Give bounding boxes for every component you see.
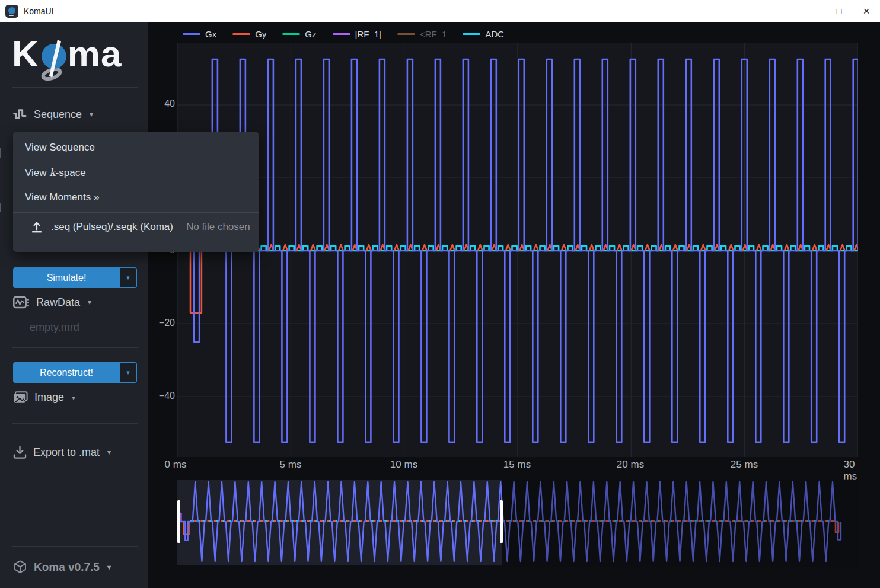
range-handle-right[interactable]	[500, 500, 503, 543]
sequence-plot[interactable]	[177, 43, 858, 457]
sequence-label: Sequence	[34, 108, 82, 121]
menu-item-upload-seq[interactable]: .seq (Pulseq)/.seqk (Koma) No file chose…	[13, 213, 259, 241]
sidebar-item-sequence[interactable]: Sequence ▾	[13, 108, 93, 121]
x-tick-label: 0 ms	[165, 459, 187, 471]
maximize-icon: □	[837, 7, 841, 16]
image-icon	[13, 391, 28, 404]
simulate-button-group: Simulate! ▾	[13, 267, 137, 288]
range-handle-left[interactable]	[177, 500, 180, 543]
legend-label: Gz	[305, 29, 316, 39]
koma-globe-icon	[8, 7, 15, 14]
reconstruct-dropdown-button[interactable]: ▾	[120, 362, 137, 383]
legend-item-gy[interactable]: Gy	[232, 29, 266, 39]
upload-icon	[31, 222, 43, 233]
file-status: No file chosen	[186, 221, 250, 233]
menu-item-label: View Sequence	[25, 142, 95, 154]
rawdata-label: RawData	[36, 296, 80, 309]
plot-legend: Gx Gy Gz |RF_1| <RF_1	[183, 29, 504, 39]
legend-item-gz[interactable]: Gz	[282, 29, 316, 39]
menu-item-view-moments[interactable]: View Moments »	[13, 185, 259, 210]
koma-logo: K ma	[12, 33, 122, 85]
x-tick-label: 15 ms	[503, 459, 531, 471]
menu-item-label: View k-space	[25, 167, 86, 179]
upload-label: .seq (Pulseq)/.seqk (Koma)	[51, 221, 173, 233]
x-tick-label: 5 ms	[280, 459, 302, 471]
chevron-down-icon: ▾	[126, 369, 130, 376]
hidden-item-sliver	[0, 148, 1, 158]
logo-text-k: K	[12, 33, 39, 75]
range-slider[interactable]	[177, 479, 858, 567]
version-menu[interactable]: Koma v0.7.5 ▾	[13, 560, 111, 574]
legend-line-swatch	[397, 33, 415, 35]
range-outside-shade	[502, 479, 858, 567]
chevron-down-icon: ▾	[107, 563, 111, 571]
logo-globe-icon	[40, 33, 67, 85]
legend-item-rf-mag[interactable]: |RF_1|	[333, 29, 381, 39]
sequence-dropdown-menu: View Sequence View k-space View Moments …	[13, 132, 259, 252]
legend-line-swatch	[282, 33, 300, 35]
package-box-icon	[13, 560, 27, 574]
logo-text-ma: ma	[68, 33, 122, 75]
legend-label: |RF_1|	[355, 29, 381, 39]
menu-item-label: View Moments »	[25, 191, 99, 203]
app-icon-base	[9, 15, 14, 16]
legend-item-adc[interactable]: ADC	[463, 29, 504, 39]
chevron-down-icon: ▾	[126, 274, 130, 282]
y-tick-label: 40	[148, 98, 175, 109]
x-tick-label: 10 ms	[390, 459, 417, 471]
rawdata-filename: empty.mrd	[30, 321, 79, 334]
minimize-icon: –	[809, 6, 814, 16]
version-label: Koma v0.7.5	[34, 561, 100, 574]
window-controls: – □ ×	[798, 0, 880, 22]
chevron-down-icon: ▾	[107, 448, 111, 456]
koma-ui-window: KomaUI – □ × K ma	[0, 0, 880, 588]
maximize-button[interactable]: □	[825, 0, 853, 22]
menu-item-view-sequence[interactable]: View Sequence	[13, 135, 259, 160]
title-bar[interactable]: KomaUI – □ ×	[0, 0, 880, 22]
legend-item-gx[interactable]: Gx	[183, 29, 216, 39]
reconstruct-button[interactable]: Reconstruct!	[13, 362, 120, 383]
sidebar-item-rawdata[interactable]: RawData ▾	[13, 296, 91, 309]
legend-label: Gy	[255, 29, 266, 39]
window-title: KomaUI	[24, 7, 54, 16]
chevron-down-icon: ▾	[72, 394, 75, 402]
chevron-down-icon: ▾	[90, 110, 93, 119]
simulate-dropdown-button[interactable]: ▾	[120, 267, 137, 288]
legend-line-swatch	[232, 33, 250, 35]
close-icon: ×	[863, 5, 869, 18]
x-tick-label: 25 ms	[731, 459, 758, 471]
minimize-button[interactable]: –	[798, 0, 825, 22]
legend-label: ADC	[485, 29, 504, 39]
legend-label: <RF_1	[420, 29, 447, 39]
legend-line-swatch	[183, 33, 200, 35]
divider	[12, 347, 138, 348]
sidebar-item-image[interactable]: Image ▾	[13, 391, 75, 404]
plot-panel: Gx Gy Gz |RF_1| <RF_1	[148, 22, 880, 588]
legend-line-swatch	[463, 33, 480, 35]
app-icon	[5, 5, 18, 18]
pulse-sequence-icon	[13, 108, 27, 121]
close-button[interactable]: ×	[853, 0, 880, 22]
reconstruct-button-group: Reconstruct! ▾	[13, 362, 137, 383]
export-label: Export to .mat	[33, 446, 100, 459]
divider	[12, 546, 138, 547]
divider	[12, 87, 138, 88]
y-tick-label: −20	[148, 318, 175, 328]
sidebar-item-export-mat[interactable]: Export to .mat ▾	[13, 446, 111, 459]
legend-label: Gx	[205, 29, 216, 39]
chevron-down-icon: ▾	[88, 298, 91, 306]
legend-item-rf-phase[interactable]: <RF_1	[397, 29, 447, 39]
y-tick-label: −40	[148, 391, 175, 401]
download-icon	[13, 446, 27, 459]
legend-line-swatch	[333, 33, 350, 35]
divider	[12, 423, 138, 424]
hidden-item-sliver	[0, 203, 1, 212]
x-tick-label: 20 ms	[617, 459, 644, 471]
rawdata-scope-icon	[13, 296, 30, 309]
simulate-button[interactable]: Simulate!	[13, 267, 120, 288]
image-label: Image	[34, 391, 64, 404]
menu-item-view-kspace[interactable]: View k-space	[13, 160, 259, 185]
sidebar: K ma Sequence ▾	[0, 22, 148, 588]
